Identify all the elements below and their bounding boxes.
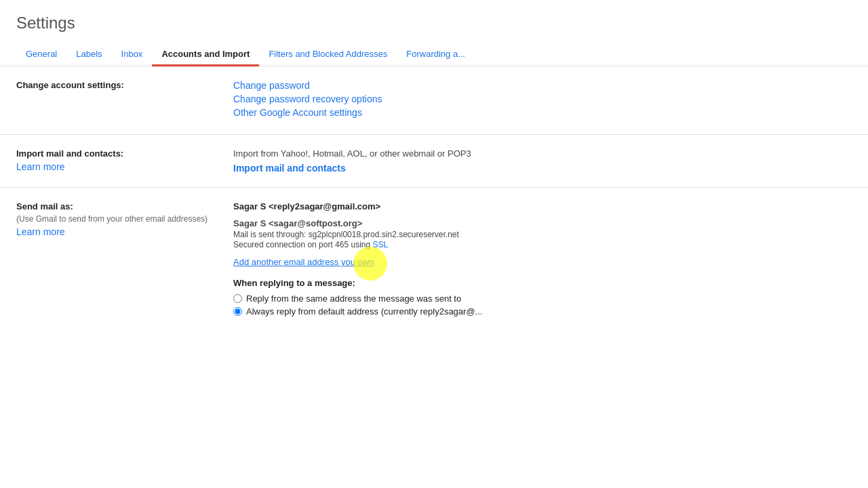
settings-content: Change account settings: Change password… [0,66,868,333]
change-account-label: Change account settings: [16,80,233,93]
tab-general[interactable]: General [16,43,66,66]
add-another-email-link[interactable]: Add another email address you own [233,257,374,267]
change-account-content: Change password Change password recovery… [233,80,852,121]
import-learn-more-link[interactable]: Learn more [16,161,65,172]
tab-labels[interactable]: Labels [66,43,111,66]
secondary-address-display: Sagar S <sagar@softpost.org> [233,218,852,228]
reply-option-default: Always reply from default address (curre… [233,306,852,317]
other-google-settings-link[interactable]: Other Google Account settings [233,107,852,118]
send-mail-label: Send mail as: (Use Gmail to send from yo… [16,201,233,237]
secured-connection-text: Secured connection on port 465 using SSL [233,240,852,249]
tab-inbox[interactable]: Inbox [112,43,153,66]
change-account-row: Change account settings: Change password… [0,66,868,135]
import-mail-content: Import from Yahoo!, Hotmail, AOL, or oth… [233,148,852,174]
tab-filters-and-blocked[interactable]: Filters and Blocked Addresses [259,43,397,66]
import-mail-label: Import mail and contacts: Learn more [16,148,233,172]
send-mail-learn-more-link[interactable]: Learn more [16,226,65,237]
import-mail-contacts-link[interactable]: Import mail and contacts [233,163,346,174]
tab-accounts-and-import[interactable]: Accounts and Import [152,43,259,66]
send-mail-content: Sagar S <reply2sagar@gmail.com> Sagar S … [233,201,852,319]
mail-through-text: Mail is sent through: sg2plcpnl0018.prod… [233,230,852,239]
change-password-recovery-link[interactable]: Change password recovery options [233,94,852,104]
reply-same-label: Reply from the same address the message … [246,293,461,304]
tab-forwarding[interactable]: Forwarding a... [397,43,475,66]
reply-default-label: Always reply from default address (curre… [246,306,482,317]
import-description: Import from Yahoo!, Hotmail, AOL, or oth… [233,148,852,159]
reply-option-same: Reply from the same address the message … [233,293,852,304]
import-mail-row: Import mail and contacts: Learn more Imp… [0,135,868,188]
ssl-link[interactable]: SSL [373,240,389,249]
primary-address-display: Sagar S <reply2sagar@gmail.com> [233,201,852,211]
change-password-link[interactable]: Change password [233,80,852,91]
tabs-bar: General Labels Inbox Accounts and Import… [0,43,868,66]
reply-default-radio[interactable] [233,307,242,316]
when-replying-title: When replying to a message: [233,278,852,288]
send-mail-row: Send mail as: (Use Gmail to send from yo… [0,188,868,333]
reply-same-radio[interactable] [233,294,242,303]
page-title: Settings [0,0,868,43]
